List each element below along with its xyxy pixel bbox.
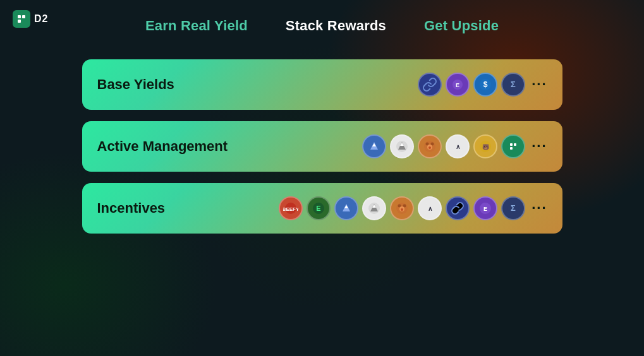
svg-text:Σ: Σ <box>511 80 516 89</box>
active-management-more[interactable]: ··· <box>532 138 547 155</box>
svg-rect-2 <box>18 20 21 23</box>
cards-container: Base Yields E <box>82 59 562 234</box>
svg-point-24 <box>507 141 519 152</box>
eigenlayer2-protocol-icon: E <box>473 196 497 220</box>
active-management-title: Active Management <box>97 138 236 155</box>
logo-text: D2 <box>34 13 48 25</box>
honey-protocol-icon: 🐻 <box>473 134 497 158</box>
bluechip-protocol-icon: $ <box>473 73 497 97</box>
mountain3-protocol-icon <box>334 196 358 220</box>
logo-icon <box>13 10 30 28</box>
svg-point-19 <box>428 146 431 149</box>
svg-text:E: E <box>483 206 487 212</box>
d2-protocol-icon <box>501 134 525 158</box>
base-yields-title: Base Yields <box>97 76 236 93</box>
svg-rect-27 <box>510 147 513 150</box>
sigma2-protocol-icon: Σ <box>501 196 525 220</box>
eigenlayer-protocol-icon: E <box>446 73 470 97</box>
svg-rect-26 <box>514 143 516 146</box>
active-management-icons: ∧ 🐻 <box>362 134 547 158</box>
svg-text:Σ: Σ <box>511 203 516 213</box>
tab-navigation: Earn Real Yield Stack Rewards Get Upside <box>145 18 499 34</box>
sigma-protocol-icon: Σ <box>501 73 525 97</box>
tab-upside[interactable]: Get Upside <box>424 18 499 34</box>
svg-text:E: E <box>316 205 320 212</box>
tab-stack-rewards[interactable]: Stack Rewards <box>286 18 386 34</box>
incentives-icons: BEEFY E <box>279 196 547 220</box>
incentives-more[interactable]: ··· <box>532 200 547 217</box>
mountain2-protocol-icon <box>390 134 414 158</box>
extra-protocol-icon: E <box>307 196 331 220</box>
base-yields-icons: E $ Σ ··· <box>418 73 547 97</box>
svg-text:∧: ∧ <box>428 205 432 212</box>
vela-protocol-icon: ∧ <box>446 134 470 158</box>
mountain4-protocol-icon <box>362 196 386 220</box>
chain2-protocol-icon <box>446 196 470 220</box>
svg-rect-1 <box>22 15 25 18</box>
bear-protocol-icon <box>418 134 442 158</box>
logo: D2 <box>13 10 48 28</box>
svg-text:∧: ∧ <box>456 143 460 150</box>
svg-text:BEEFY: BEEFY <box>283 206 298 212</box>
svg-rect-25 <box>510 143 513 146</box>
mountain-protocol-icon <box>362 134 386 158</box>
svg-text:E: E <box>456 82 459 88</box>
base-yields-more[interactable]: ··· <box>532 76 547 93</box>
incentives-title: Incentives <box>97 200 236 217</box>
svg-text:$: $ <box>483 80 488 89</box>
tab-earn[interactable]: Earn Real Yield <box>145 18 248 34</box>
chain-protocol-icon <box>418 73 442 97</box>
svg-text:🐻: 🐻 <box>482 143 490 151</box>
incentives-card[interactable]: Incentives BEEFY E <box>82 183 562 234</box>
svg-rect-0 <box>18 15 21 18</box>
beefy-protocol-icon: BEEFY <box>279 196 303 220</box>
base-yields-card[interactable]: Base Yields E <box>82 59 562 110</box>
bear2-protocol-icon <box>390 196 414 220</box>
vela2-protocol-icon: ∧ <box>418 196 442 220</box>
svg-point-42 <box>401 208 403 211</box>
active-management-card[interactable]: Active Management <box>82 121 562 172</box>
